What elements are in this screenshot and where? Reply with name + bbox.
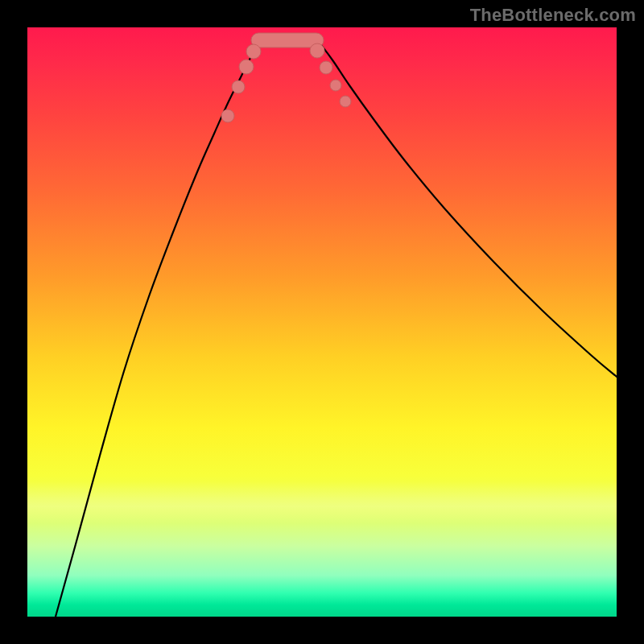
chart-frame: TheBottleneck.com — [0, 0, 644, 644]
watermark-text: TheBottleneck.com — [470, 5, 636, 26]
plot-area — [27, 27, 617, 617]
